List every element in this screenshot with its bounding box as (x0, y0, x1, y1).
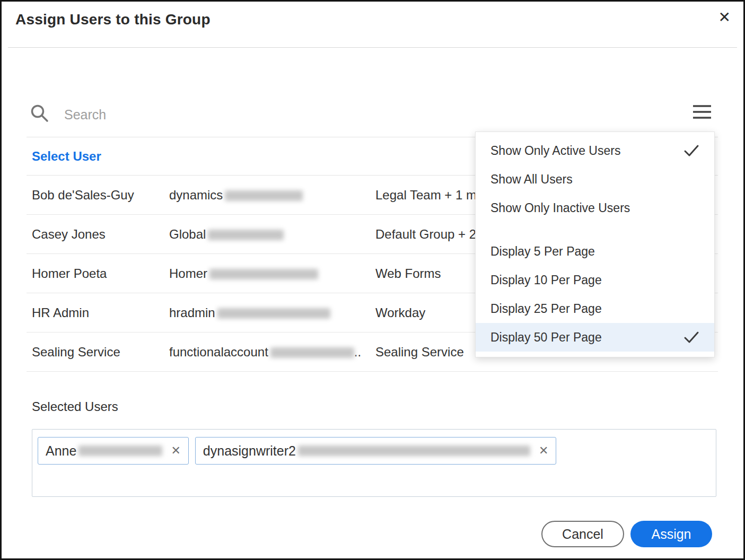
user-email: hradmin (169, 305, 375, 320)
user-name: Homer Poeta (27, 266, 169, 281)
options-dropdown-menu: Show Only Active Users Show All Users Sh… (475, 132, 715, 357)
checkmark-icon (683, 144, 699, 157)
user-email: Homer (169, 266, 375, 281)
options-menu-icon[interactable] (693, 104, 712, 121)
menu-item-show-only-active-users[interactable]: Show Only Active Users (476, 136, 714, 165)
selected-user-chip: Anne ✕ (38, 437, 189, 465)
redacted-text (298, 445, 530, 456)
user-email: dynamics (169, 188, 375, 203)
menu-section-gap (476, 222, 714, 237)
chip-remove-icon[interactable]: ✕ (171, 445, 180, 457)
close-icon[interactable]: ✕ (718, 10, 731, 25)
menu-item-show-all-users[interactable]: Show All Users (476, 165, 714, 194)
cancel-button[interactable]: Cancel (541, 521, 624, 547)
menu-item-show-only-inactive-users[interactable]: Show Only Inactive Users (476, 194, 714, 222)
redacted-text (209, 269, 318, 279)
user-name: Bob de'Sales-Guy (27, 188, 169, 203)
user-name: Casey Jones (27, 227, 169, 242)
user-name: Sealing Service (27, 345, 169, 360)
redacted-text (225, 190, 303, 201)
selected-user-chip: dynasignwriter2 ✕ (195, 437, 557, 465)
chip-text: dynasignwriter2 (203, 443, 296, 459)
header-divider (8, 47, 737, 48)
menu-item-display-10-per-page[interactable]: Display 10 Per Page (476, 266, 714, 294)
search-input[interactable] (63, 102, 458, 127)
redacted-text (78, 445, 162, 456)
selected-users-label: Selected Users (32, 399, 118, 414)
page-title: Assign Users to this Group (15, 11, 211, 28)
menu-item-display-50-per-page[interactable]: Display 50 Per Page (476, 323, 714, 352)
chip-remove-icon[interactable]: ✕ (539, 445, 548, 457)
user-email: functionalaccount.. (169, 345, 375, 360)
redacted-text (217, 308, 330, 319)
menu-item-display-25-per-page[interactable]: Display 25 Per Page (476, 294, 714, 323)
assign-button[interactable]: Assign (630, 521, 712, 547)
assign-users-dialog: Assign Users to this Group ✕ Select User… (0, 0, 745, 560)
selected-users-box: Anne ✕ dynasignwriter2 ✕ (32, 429, 716, 497)
redacted-text (208, 230, 284, 240)
user-email: Global (169, 227, 375, 242)
menu-item-display-5-per-page[interactable]: Display 5 Per Page (476, 237, 714, 266)
search-icon (30, 103, 50, 126)
checkmark-icon (683, 331, 699, 344)
redacted-text (270, 347, 354, 358)
user-name: HR Admin (27, 305, 169, 320)
select-user-header: Select User (27, 149, 101, 164)
chip-text: Anne (46, 443, 76, 459)
